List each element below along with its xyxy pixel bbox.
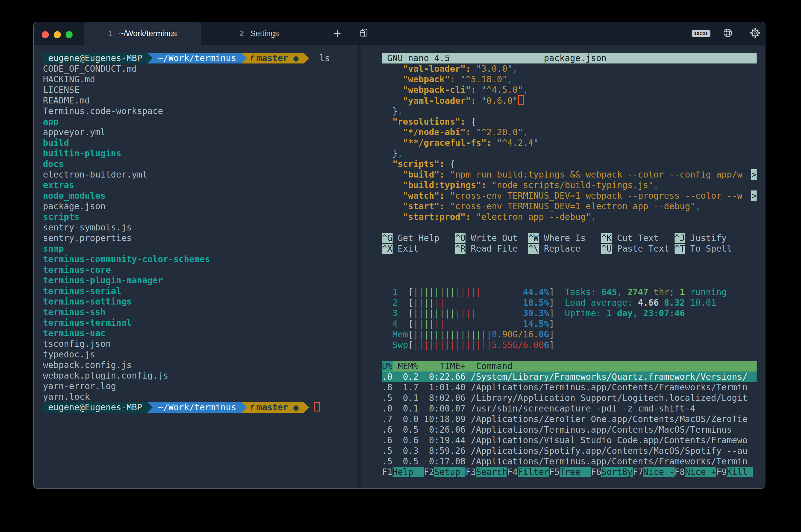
process-text: .6 0.6 0:19.44 /Applications/Visual Stud… — [382, 435, 747, 445]
text-segment — [445, 159, 450, 169]
htop-stat: 8.32 — [664, 298, 685, 308]
nano-editor-line: "build:typings": "node scripts/build-typ… — [382, 180, 757, 190]
network-button[interactable] — [721, 22, 735, 45]
text-segment: "resolutions": — [393, 117, 466, 127]
file-list-item: scripts — [43, 212, 358, 222]
nano-shortcut-key: ^J — [674, 233, 685, 243]
text-segment: , — [695, 201, 701, 211]
text-segment — [445, 201, 450, 211]
file-list-item: terminus-community-color-schemes — [43, 254, 358, 265]
meter-bar: |||| — [413, 298, 434, 308]
fnkey-action: Setup — [434, 467, 466, 477]
text-segment — [486, 180, 492, 190]
maximize-button[interactable] — [66, 31, 73, 38]
nano-pane[interactable]: GNU nano 4.5 package.json "val-loader": … — [382, 53, 757, 254]
htop-stat: , — [617, 287, 628, 297]
text-segment: " — [476, 212, 481, 222]
fnkey-name: F5 — [549, 467, 560, 477]
file-name: yarn.lock — [43, 392, 90, 402]
text-segment: } — [393, 148, 398, 158]
fnkey-action: Nice + — [685, 467, 716, 477]
text-segment: { — [450, 159, 455, 169]
process-text: .7 0.0 10:18.09 /Applications/ZeroTier O… — [382, 414, 747, 424]
powerline-arrow-icon — [147, 53, 153, 63]
htop-pane[interactable]: 1 [||||||||||||| 44.4%] Tasks: 645, 2747… — [382, 287, 757, 477]
text-segment — [471, 127, 476, 137]
file-list-item: terminus-core — [43, 265, 358, 275]
file-name: electron-builder.yml — [43, 170, 147, 179]
tab-work-terminus[interactable]: 1 ~/Work/terminus — [84, 22, 201, 45]
shell-pane[interactable]: eugene@Eugenes-MBP ~/Work/terminus maste… — [43, 53, 358, 413]
process-row: .0 0.2 0:22.66 /System/Library/Framework… — [382, 372, 757, 382]
text-segment — [554, 298, 565, 308]
meter-value: G — [544, 340, 549, 350]
text-segment: , — [591, 212, 596, 222]
htop-stat: 1 — [679, 287, 685, 297]
text-segment — [382, 138, 403, 148]
nano-editor-line: "scripts": { — [382, 159, 757, 169]
git-dirty-icon: ● — [293, 53, 304, 63]
settings-button[interactable] — [747, 22, 763, 45]
powerline-arrow-icon — [304, 402, 309, 413]
htop-stat: running — [685, 287, 727, 297]
text-segment: " — [648, 180, 654, 190]
fnkey-name: F2 — [424, 467, 434, 477]
tab-settings[interactable]: 2 Settings — [201, 22, 318, 45]
text-segment — [445, 298, 523, 308]
split-pane-button[interactable] — [355, 22, 372, 45]
nano-shortcut-label: Read File — [465, 244, 528, 254]
text-segment: " — [497, 138, 502, 148]
meter-bar: || — [434, 319, 445, 329]
text-segment: npm run build:typings && webpack --color… — [455, 170, 743, 179]
htop-fnkey-bar: F1Help F2Setup F3SearchF4FilterF5Tree F6… — [382, 467, 757, 477]
text-segment — [471, 212, 476, 222]
meter-bar: |||| — [413, 319, 434, 329]
close-button[interactable] — [42, 31, 49, 38]
file-name: webpack.plugin.config.js — [43, 370, 168, 381]
file-name: package.json — [43, 201, 106, 211]
nano-editor-line: "**/graceful-fs": "^4.2.4" — [382, 137, 757, 148]
nano-shortcut-key: ^\ — [528, 244, 539, 254]
text-segment: ^2.20.0 — [481, 127, 518, 137]
nano-editor-line: "start:prod": "electron app --debug", — [382, 212, 757, 222]
text-segment: "start:prod": — [403, 212, 471, 222]
nano-editor-line: "webpack-cli": "^4.5.0", — [382, 84, 757, 95]
nano-editor-line: "yaml-loader": "0.6.0" — [382, 95, 757, 106]
powerline-arrow-icon — [241, 402, 247, 413]
nano-editor-line: "webpack": "^5.18.0", — [382, 74, 757, 84]
directory-name: terminus-uac — [43, 328, 106, 338]
htop-stat: 10.01 — [685, 298, 716, 308]
text-segment: " — [476, 64, 481, 74]
column-headers: MEM% TIME+ Command — [393, 361, 513, 371]
text-segment — [382, 74, 403, 84]
directory-name: terminus-community-color-schemes — [43, 254, 210, 264]
file-list-item: electron-builder.yml — [43, 169, 358, 180]
new-tab-button[interactable]: + — [330, 22, 344, 45]
file-list-item: typedoc.js — [43, 349, 358, 360]
git-dirty-icon: ● — [293, 402, 304, 413]
text-segment: electron app --debug — [481, 212, 585, 222]
text-segment: 0.6.0 — [486, 96, 513, 106]
meter-value: 8 — [492, 329, 497, 340]
meter-bar: ||||||||||||||| — [413, 329, 492, 340]
directory-name: build — [43, 138, 69, 148]
nano-shortcut-key: ^W — [528, 233, 539, 243]
file-list-item: appveyor.yml — [43, 127, 358, 137]
fnkey-name: F4 — [507, 467, 518, 477]
minimize-button[interactable] — [54, 31, 61, 38]
text-segment: { — [471, 117, 476, 127]
powerline-arrow-icon — [304, 53, 309, 63]
file-name: yarn-error.log — [43, 381, 116, 391]
text-segment: , — [397, 106, 403, 116]
file-name: typedoc.js — [43, 349, 95, 359]
blank-line — [382, 222, 757, 233]
git-branch-name: master — [257, 402, 293, 413]
htop-meter-row: 1 [||||||||||||| 44.4%] Tasks: 645, 2747… — [382, 287, 757, 298]
process-row: .5 0.1 8:02.06 /Library/Application Supp… — [382, 393, 757, 403]
directory-name: terminus-terminal — [43, 318, 132, 328]
meter-bracket: ] — [549, 319, 554, 329]
pane-divider[interactable] — [358, 45, 360, 489]
process-text: .8 1.7 1:01.40 /Applications/Terminus.ap… — [382, 382, 747, 393]
serial-port-button[interactable]: IOIOI — [690, 22, 712, 45]
meter-label: Mem — [382, 329, 408, 340]
